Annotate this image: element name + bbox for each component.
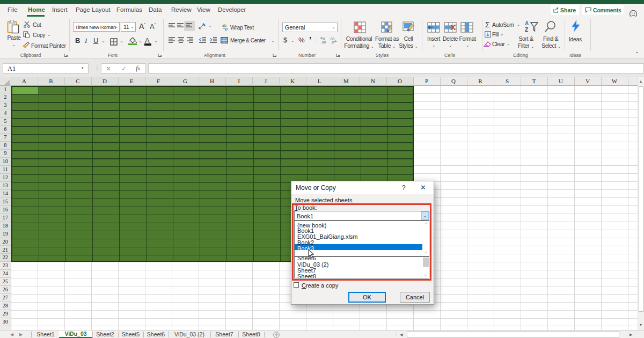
svg-text:A: A [525,20,529,26]
svg-text:Z: Z [525,27,528,33]
svg-text:.0: .0 [331,40,334,44]
svg-text:.00: .00 [321,40,326,44]
svg-text:ab: ab [222,24,226,27]
